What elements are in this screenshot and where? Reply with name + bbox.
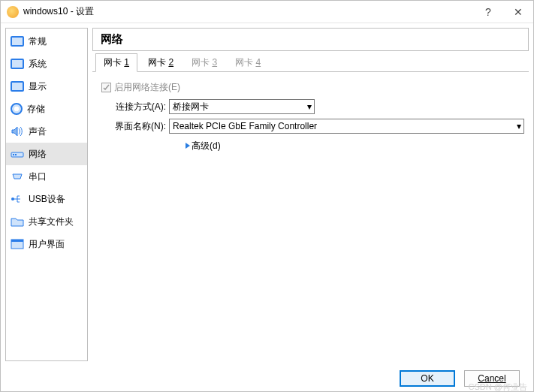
folder-icon: [11, 216, 24, 227]
sidebar-item-label: 显示: [29, 80, 47, 93]
advanced-expander[interactable]: 高级(d): [186, 140, 221, 152]
sidebar-item-label: 系统: [29, 58, 47, 71]
sidebar-item-shared[interactable]: 共享文件夹: [6, 210, 87, 233]
svg-rect-2: [15, 154, 17, 155]
serial-icon: [11, 171, 24, 182]
sidebar-item-label: 网络: [29, 148, 47, 161]
sidebar-item-ui[interactable]: 用户界面: [6, 233, 87, 255]
settings-window: windows10 - 设置 ? ✕ 常规 系统 显示 存储: [0, 0, 534, 392]
audio-icon: [11, 126, 24, 137]
main-panel: 网络 网卡 1 网卡 2 网卡 3 网卡 4 启用网络连接(E) 连接方式(A)…: [92, 28, 529, 361]
display-icon: [11, 81, 24, 92]
sidebar-item-label: 串口: [29, 170, 47, 183]
sidebar-item-system[interactable]: 系统: [6, 53, 87, 75]
sidebar-item-display[interactable]: 显示: [6, 75, 87, 98]
interface-name-value: Realtek PCIe GbE Family Controller: [173, 121, 317, 131]
tabs: 网卡 1 网卡 2 网卡 3 网卡 4: [92, 54, 529, 72]
sidebar-item-network[interactable]: 网络: [6, 143, 87, 165]
svg-rect-1: [13, 154, 14, 155]
sidebar-item-serial[interactable]: 串口: [6, 165, 87, 188]
sidebar-item-label: 声音: [29, 125, 47, 138]
attach-mode-label: 连接方式(A):: [97, 101, 166, 113]
sidebar-item-label: 常规: [29, 35, 47, 48]
interface-name-select[interactable]: Realtek PCIe GbE Family Controller ▾: [169, 119, 524, 134]
ok-button[interactable]: OK: [400, 370, 455, 387]
interface-name-label: 界面名称(N):: [97, 120, 166, 133]
close-button[interactable]: ✕: [503, 1, 533, 23]
titlebar: windows10 - 设置 ? ✕: [1, 1, 533, 23]
attach-mode-value: 桥接网卡: [173, 101, 209, 113]
sidebar: 常规 系统 显示 存储 声音: [5, 28, 88, 361]
page-title: 网络: [92, 28, 529, 51]
help-button[interactable]: ?: [473, 1, 503, 23]
attach-mode-select[interactable]: 桥接网卡 ▾: [169, 99, 315, 114]
tab-content: 启用网络连接(E) 连接方式(A): 桥接网卡 ▾ 界面名称(N): Realt…: [92, 72, 529, 361]
sidebar-item-label: 用户界面: [29, 238, 65, 251]
sidebar-item-label: 共享文件夹: [29, 216, 74, 228]
ui-icon: [11, 239, 24, 249]
window-title: windows10 - 设置: [23, 5, 94, 18]
sidebar-item-usb[interactable]: USB设备: [6, 188, 87, 210]
advanced-label: 高级(d): [192, 140, 221, 152]
chevron-down-icon: ▾: [307, 101, 312, 112]
system-icon: [11, 59, 24, 69]
app-icon: [7, 6, 19, 18]
usb-icon: [11, 194, 24, 204]
sidebar-item-storage[interactable]: 存储: [6, 98, 87, 120]
svg-rect-5: [11, 240, 23, 242]
checkbox-icon: [101, 83, 111, 92]
sidebar-item-label: 存储: [27, 103, 45, 116]
dialog-footer: OK Cancel: [1, 366, 533, 391]
sidebar-item-label: USB设备: [29, 193, 65, 206]
storage-icon: [11, 103, 23, 115]
cancel-button[interactable]: Cancel: [464, 370, 520, 387]
tab-adapter-4[interactable]: 网卡 4: [228, 54, 268, 71]
chevron-down-icon: ▾: [517, 121, 521, 131]
enable-network-label: 启用网络连接(E): [114, 81, 180, 94]
tab-adapter-3[interactable]: 网卡 3: [184, 54, 225, 71]
general-icon: [11, 36, 24, 47]
network-icon: [11, 149, 24, 159]
triangle-right-icon: [186, 143, 190, 149]
tab-adapter-2[interactable]: 网卡 2: [140, 54, 181, 71]
tab-adapter-1[interactable]: 网卡 1: [95, 53, 137, 72]
enable-network-checkbox[interactable]: 启用网络连接(E): [101, 81, 180, 94]
sidebar-item-audio[interactable]: 声音: [6, 120, 87, 143]
sidebar-item-general[interactable]: 常规: [6, 30, 87, 53]
